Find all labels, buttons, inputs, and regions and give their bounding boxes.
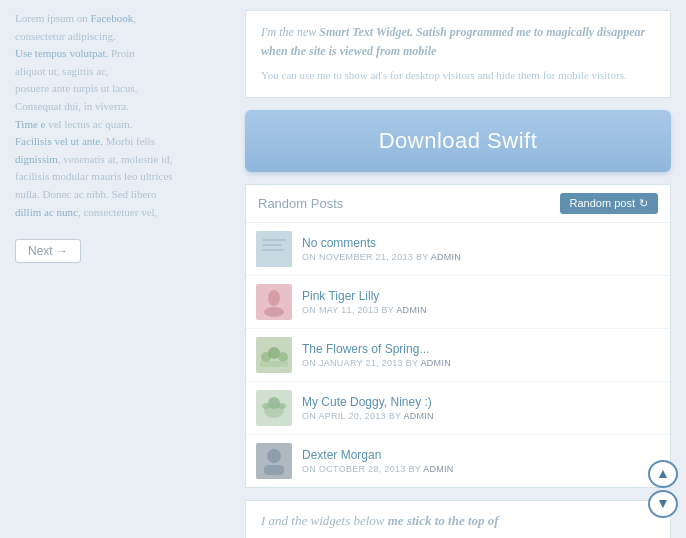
scroll-down-icon: ▼ bbox=[656, 496, 670, 512]
svg-point-6 bbox=[264, 307, 284, 317]
list-item: Dexter Morgan ON OCTOBER 28, 2013 BY ADM… bbox=[246, 435, 670, 487]
post-by: BY bbox=[406, 358, 421, 368]
dignissim-link[interactable]: dignissim bbox=[15, 153, 58, 165]
right-content: I'm the new Smart Text Widget. Satish pr… bbox=[230, 0, 686, 538]
sticky-note: I and the widgets below me stick to the … bbox=[245, 500, 671, 538]
svg-point-10 bbox=[278, 352, 288, 362]
scroll-down-button[interactable]: ▼ bbox=[648, 490, 678, 518]
post-meta: ON NOVEMBER 21, 2013 BY ADMIN bbox=[302, 252, 660, 262]
random-posts-header: Random Posts Random post ↻ bbox=[246, 185, 670, 223]
post-author: ADMIN bbox=[403, 411, 434, 421]
post-author: ADMIN bbox=[421, 358, 452, 368]
random-post-button[interactable]: Random post ↻ bbox=[560, 193, 658, 214]
refresh-icon: ↻ bbox=[639, 197, 648, 210]
svg-point-18 bbox=[267, 449, 281, 463]
post-author: ADMIN bbox=[396, 305, 427, 315]
post-info: No comments ON NOVEMBER 21, 2013 BY ADMI… bbox=[302, 236, 660, 262]
post-author: ADMIN bbox=[431, 252, 462, 262]
post-by: BY bbox=[408, 464, 423, 474]
scroll-buttons: ▲ ▼ bbox=[648, 460, 678, 518]
post-title[interactable]: The Flowers of Spring... bbox=[302, 342, 660, 356]
dillim-link[interactable]: dillim ac nunc bbox=[15, 206, 78, 218]
random-posts-title: Random Posts bbox=[258, 196, 343, 211]
smart-text-widget: I'm the new Smart Text Widget. Satish pr… bbox=[245, 10, 671, 98]
sticky-note-text: I and the widgets below me stick to the … bbox=[261, 513, 499, 528]
post-meta: ON OCTOBER 28, 2013 BY ADMIN bbox=[302, 464, 660, 474]
post-info: The Flowers of Spring... ON JANUARY 21, … bbox=[302, 342, 660, 368]
post-by: BY bbox=[416, 252, 431, 262]
time-link[interactable]: Time e bbox=[15, 118, 45, 130]
download-swift-button[interactable]: Download Swift bbox=[245, 110, 671, 172]
post-by: BY bbox=[389, 411, 404, 421]
list-item: Pink Tiger Lilly ON MAY 11, 2013 BY ADMI… bbox=[246, 276, 670, 329]
post-list: No comments ON NOVEMBER 21, 2013 BY ADMI… bbox=[246, 223, 670, 487]
page-wrapper: Lorem ipsum on Facebook, consectetur adi… bbox=[0, 0, 686, 538]
widget-name-highlight: Smart Text Widget. Satish programmed me … bbox=[261, 25, 645, 58]
post-info: Pink Tiger Lilly ON MAY 11, 2013 BY ADMI… bbox=[302, 289, 660, 315]
post-on: ON bbox=[302, 464, 319, 474]
post-date: MAY 11, 2013 bbox=[319, 305, 379, 315]
post-date: OCTOBER 28, 2013 bbox=[319, 464, 406, 474]
left-content: Lorem ipsum on Facebook, consectetur adi… bbox=[0, 0, 230, 538]
post-meta: ON JANUARY 21, 2013 BY ADMIN bbox=[302, 358, 660, 368]
post-thumbnail bbox=[256, 231, 292, 267]
post-date: JANUARY 21, 2013 bbox=[319, 358, 403, 368]
svg-rect-1 bbox=[262, 239, 286, 241]
scroll-up-button[interactable]: ▲ bbox=[648, 460, 678, 488]
svg-rect-11 bbox=[260, 361, 288, 367]
svg-point-5 bbox=[268, 290, 280, 306]
post-title[interactable]: Pink Tiger Lilly bbox=[302, 289, 660, 303]
random-posts-widget: Random Posts Random post ↻ bbox=[245, 184, 671, 488]
post-info: Dexter Morgan ON OCTOBER 28, 2013 BY ADM… bbox=[302, 448, 660, 474]
post-date: APRIL 20, 2013 bbox=[318, 411, 385, 421]
post-title[interactable]: No comments bbox=[302, 236, 660, 250]
post-on: ON bbox=[302, 305, 319, 315]
post-meta: ON MAY 11, 2013 BY ADMIN bbox=[302, 305, 660, 315]
post-thumbnail bbox=[256, 337, 292, 373]
post-thumbnail bbox=[256, 390, 292, 426]
next-button[interactable]: Next → bbox=[15, 239, 81, 263]
download-button-container: Download Swift bbox=[245, 110, 671, 172]
scroll-up-icon: ▲ bbox=[656, 466, 670, 482]
facilisis-link[interactable]: Facilisis vel ut ante. bbox=[15, 135, 103, 147]
svg-point-14 bbox=[268, 397, 280, 409]
sticky-bold-text: me stick to the top of bbox=[388, 513, 499, 528]
list-item: The Flowers of Spring... ON JANUARY 21, … bbox=[246, 329, 670, 382]
post-on: ON bbox=[302, 411, 318, 421]
post-info: My Cute Doggy, Niney :) ON APRIL 20, 201… bbox=[302, 395, 660, 421]
lorem-link[interactable]: Use tempus volutpat. bbox=[15, 47, 108, 59]
post-on: ON bbox=[302, 252, 319, 262]
svg-point-15 bbox=[262, 403, 270, 409]
smart-text-line2: You can use me to show ad's for desktop … bbox=[261, 67, 655, 85]
list-item: No comments ON NOVEMBER 21, 2013 BY ADMI… bbox=[246, 223, 670, 276]
svg-rect-19 bbox=[264, 465, 284, 475]
facebook-link[interactable]: Facebook bbox=[90, 12, 133, 24]
left-body-text: Lorem ipsum on Facebook, consectetur adi… bbox=[15, 10, 215, 221]
post-title[interactable]: My Cute Doggy, Niney :) bbox=[302, 395, 660, 409]
svg-rect-2 bbox=[262, 244, 282, 246]
post-author: ADMIN bbox=[423, 464, 454, 474]
post-title[interactable]: Dexter Morgan bbox=[302, 448, 660, 462]
post-meta: ON APRIL 20, 2013 BY ADMIN bbox=[302, 411, 660, 421]
post-by: BY bbox=[382, 305, 397, 315]
svg-point-16 bbox=[278, 403, 286, 409]
post-thumbnail bbox=[256, 284, 292, 320]
post-on: ON bbox=[302, 358, 319, 368]
svg-rect-3 bbox=[262, 249, 284, 251]
smart-text-line1: I'm the new Smart Text Widget. Satish pr… bbox=[261, 23, 655, 61]
post-date: NOVEMBER 21, 2013 bbox=[319, 252, 413, 262]
post-thumbnail bbox=[256, 443, 292, 479]
list-item: My Cute Doggy, Niney :) ON APRIL 20, 201… bbox=[246, 382, 670, 435]
